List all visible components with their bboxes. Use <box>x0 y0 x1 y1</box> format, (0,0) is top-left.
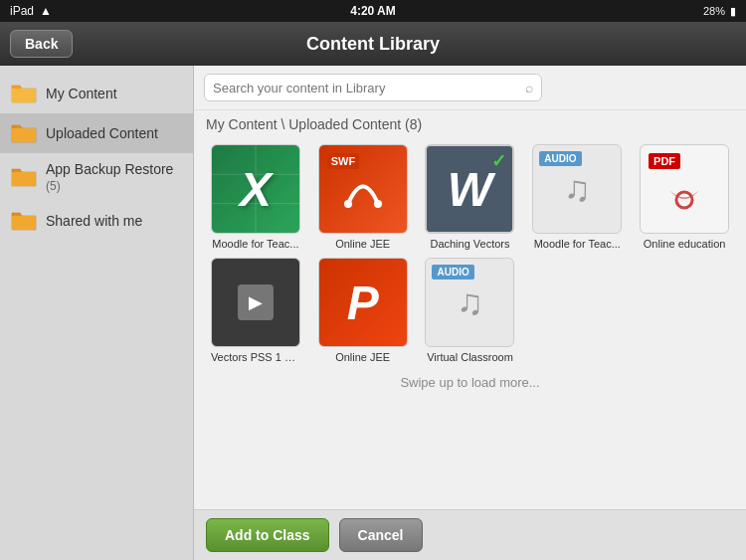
header-title: Content Library <box>306 34 440 55</box>
video-play-icon <box>238 284 274 320</box>
sidebar-item-shared-with-me[interactable]: Shared with me <box>0 201 193 241</box>
music-note-icon2: ♫ <box>457 281 483 323</box>
search-icon: ⌕ <box>525 80 533 95</box>
svg-point-4 <box>374 200 382 208</box>
sidebar-item-app-backup-restore[interactable]: App Backup Restore (5) <box>0 153 193 201</box>
svg-point-3 <box>344 200 352 208</box>
grid-item-moodle-audio[interactable]: AUDIO ♫ Moodle for Teac... <box>527 144 627 250</box>
back-button[interactable]: Back <box>10 30 73 58</box>
folder-icon-my-content <box>10 82 38 105</box>
folder-icon-shared-with-me <box>10 209 38 233</box>
content-area: ⌕ My Content \ Uploaded Content (8) X <box>194 66 746 560</box>
grid-item-online-education[interactable]: PDF Online education <box>635 144 734 250</box>
sidebar: My Content Uploaded Content App Backup R… <box>0 66 194 560</box>
sidebar-label-uploaded-content: Uploaded Content <box>46 125 158 141</box>
grid-item-label: Online JEE <box>335 238 390 250</box>
grid-container: X Moodle for Teac... SWF <box>194 138 746 509</box>
checkmark-icon: ✓ <box>491 150 506 172</box>
grid-item-virtual-classroom[interactable]: AUDIO ♫ Virtual Classroom <box>421 258 520 363</box>
audio-badge2: AUDIO <box>432 265 473 280</box>
main-layout: My Content Uploaded Content App Backup R… <box>0 66 746 560</box>
header: Back Content Library <box>0 22 746 66</box>
folder-icon-app-backup-restore <box>10 165 38 189</box>
thumb-word: W ✓ <box>425 144 514 234</box>
thumb-video <box>211 258 300 347</box>
cancel-button[interactable]: Cancel <box>339 518 423 552</box>
search-input[interactable] <box>213 81 525 95</box>
swipe-hint: Swipe up to load more... <box>206 363 734 402</box>
sidebar-item-uploaded-content[interactable]: Uploaded Content <box>0 113 193 153</box>
grid-item-label: Daching Vectors <box>430 238 509 250</box>
music-note-icon: ♫ <box>564 168 591 210</box>
search-bar: ⌕ <box>194 66 746 110</box>
content-grid: X Moodle for Teac... SWF <box>206 144 734 363</box>
carrier-label: iPad <box>10 4 34 18</box>
sidebar-label-shared-with-me: Shared with me <box>46 213 142 229</box>
status-bar: iPad ▲ 4:20 AM 28% ▮ <box>0 0 746 22</box>
thumb-swf: SWF <box>318 144 408 234</box>
thumb-pdf: PDF <box>640 144 729 234</box>
grid-item-daching-vectors[interactable]: W ✓ Daching Vectors <box>421 144 520 250</box>
battery-label: 28% <box>703 5 725 17</box>
sidebar-item-my-content[interactable]: My Content <box>0 74 193 113</box>
sidebar-label-app-backup-restore: App Backup Restore (5) <box>46 161 183 193</box>
search-input-wrapper[interactable]: ⌕ <box>204 74 542 101</box>
breadcrumb: My Content \ Uploaded Content (8) <box>194 110 746 138</box>
grid-item-label: Moodle for Teac... <box>534 238 621 250</box>
thumb-audio: AUDIO ♫ <box>532 144 622 234</box>
grid-item-label: Online education <box>644 238 726 250</box>
grid-item-moodle-excel[interactable]: X Moodle for Teac... <box>206 144 305 250</box>
grid-item-label: Moodle for Teac... <box>212 238 298 250</box>
audio-badge: AUDIO <box>539 151 581 166</box>
swf-badge: SWF <box>327 153 359 169</box>
wifi-icon: ▲ <box>40 4 52 18</box>
pdf-badge: PDF <box>649 153 680 169</box>
grid-item-online-jee-swf[interactable]: SWF Online JEE <box>313 144 413 250</box>
folder-icon-uploaded-content <box>10 121 38 145</box>
thumb-ppt: P <box>318 258 408 347</box>
status-time: 4:20 AM <box>350 4 396 18</box>
grid-item-vectors-pss[interactable]: Vectors PSS 1 Que <box>206 258 305 363</box>
thumb-excel: X <box>211 144 300 234</box>
thumb-audio2: AUDIO ♫ <box>425 258 514 347</box>
grid-item-label: Online JEE <box>335 351 390 363</box>
grid-item-online-jee-ppt[interactable]: P Online JEE <box>313 258 413 363</box>
footer: Add to Class Cancel <box>194 509 746 560</box>
svg-point-5 <box>676 192 692 208</box>
add-to-class-button[interactable]: Add to Class <box>206 518 329 552</box>
grid-item-label: Vectors PSS 1 Que <box>211 351 300 363</box>
grid-item-label: Virtual Classroom <box>427 351 513 363</box>
sidebar-label-my-content: My Content <box>46 86 117 101</box>
battery-icon: ▮ <box>730 5 736 18</box>
